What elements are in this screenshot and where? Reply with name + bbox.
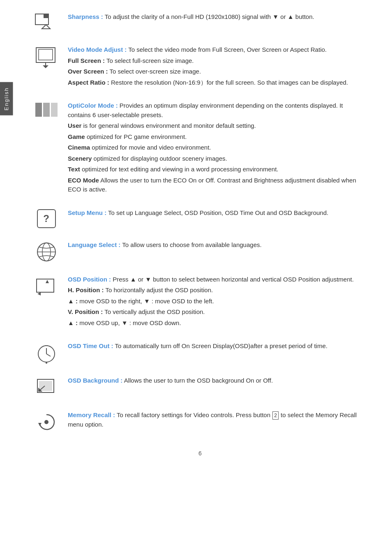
text-text: optimized for text editing and viewing i… — [82, 166, 279, 173]
svg-rect-1 — [44, 14, 48, 18]
memory-recall-section: Memory Recall : To recall factory settin… — [33, 411, 367, 433]
osd-background-icon — [33, 376, 60, 398]
text-label: Text — [68, 166, 80, 173]
osd-background-body: Allows the user to turn the OSD backgrou… — [124, 377, 273, 384]
sharpness-icon — [33, 12, 60, 33]
user-text: is for general windows environment and m… — [83, 122, 256, 129]
opticolor-icon — [33, 101, 60, 118]
svg-rect-13 — [37, 279, 54, 292]
user-label: User — [68, 122, 81, 129]
svg-marker-15 — [46, 280, 49, 283]
sharpness-title: Sharpness : — [68, 13, 103, 20]
language-text: Language Select : To allow users to choo… — [68, 240, 367, 252]
osd-timeout-body: To automatically turn off On Screen Disp… — [115, 342, 327, 349]
h-position-text: To horizontally adjust the OSD position. — [105, 286, 213, 293]
memory-recall-button: 2 — [272, 411, 279, 420]
sharpness-body: To adjust the clarity of a non-Full HD (… — [105, 13, 314, 20]
language-select-section: Language Select : To allow users to choo… — [33, 240, 367, 263]
eco-text: Allows the user to turn the ECO On or Of… — [68, 177, 356, 193]
scenery-text: optimized for displaying outdoor scenery… — [94, 155, 227, 162]
video-mode-text: Video Mode Adjust : To select the video … — [68, 45, 367, 89]
over-screen-label: Over Screen : — [68, 68, 108, 75]
aspect-ratio-text: Restore the resolution (Non-16:9）for the… — [111, 79, 348, 86]
osd-timeout-section: OSD Time Out : To automatically turn off… — [33, 342, 367, 364]
osd-background-text: OSD Background : Allows the user to turn… — [68, 376, 367, 387]
video-mode-icon — [33, 45, 60, 68]
osd-position-body: Press ▲ or ▼ button to select between ho… — [113, 276, 354, 283]
memory-recall-body: To recall factory settings for Video con… — [117, 411, 270, 418]
video-mode-section: Video Mode Adjust : To select the video … — [33, 45, 367, 89]
full-screen-label: Full Screen : — [68, 57, 105, 64]
page-number: 6 — [33, 449, 367, 458]
osd-timeout-text: OSD Time Out : To automatically turn off… — [68, 342, 367, 353]
eco-label: ECO Mode — [68, 177, 99, 184]
setup-question-mark: ? — [37, 209, 56, 228]
opticolor-section: OptiColor Mode : Provides an optimum dis… — [33, 101, 367, 196]
aspect-ratio-label: Aspect Ratio : — [68, 79, 109, 86]
svg-marker-14 — [37, 292, 41, 295]
over-screen-text: To select over-screen size image. — [109, 68, 201, 75]
svg-rect-9 — [51, 103, 58, 117]
sharpness-text: Sharpness : To adjust the clarity of a n… — [68, 12, 367, 23]
osd-background-section: OSD Background : Allows the user to turn… — [33, 376, 367, 398]
language-icon — [33, 240, 60, 263]
setup-menu-icon: ? — [33, 208, 60, 228]
cinema-text: optimized for movie and video environmen… — [92, 144, 211, 151]
game-text: optimized for PC game environment. — [87, 133, 187, 140]
memory-recall-title: Memory Recall : — [68, 411, 115, 418]
v-position-label: V. Position : — [68, 308, 103, 315]
full-screen-text: To select full-screen size image. — [106, 57, 194, 64]
setup-menu-title: Setup Menu : — [68, 209, 106, 216]
svg-point-26 — [44, 420, 48, 424]
svg-line-18 — [46, 354, 51, 356]
osd-background-title: OSD Background : — [68, 377, 122, 384]
osd-position-section: OSD Position : Press ▲ or ▼ button to se… — [33, 275, 367, 330]
svg-rect-8 — [43, 103, 50, 117]
svg-marker-25 — [38, 423, 42, 426]
h-position-label: H. Position : — [68, 286, 104, 293]
svg-rect-7 — [35, 103, 42, 117]
svg-rect-4 — [39, 49, 53, 60]
game-label: Game — [68, 133, 85, 140]
osd-position-text: OSD Position : Press ▲ or ▼ button to se… — [68, 275, 367, 330]
svg-marker-2 — [42, 25, 50, 29]
setup-menu-body: To set up Language Select, OSD Position,… — [108, 209, 328, 216]
v-arrow-label: ▲ : — [68, 319, 78, 326]
h-arrow-text: move OSD to the right, ▼ : move OSD to t… — [79, 298, 214, 305]
v-arrow-text: move OSD up, ▼ : move OSD down. — [79, 319, 181, 326]
language-title: Language Select : — [68, 241, 120, 248]
svg-point-20 — [46, 362, 47, 364]
cinema-label: Cinema — [68, 144, 90, 151]
video-mode-title: Video Mode Adjust : — [68, 46, 127, 53]
scenery-label: Scenery — [68, 155, 92, 162]
video-mode-body: To select the video mode from Full Scree… — [128, 46, 327, 53]
language-body: To allow users to choose from available … — [122, 241, 261, 248]
h-arrow-label: ▲ : — [68, 298, 78, 305]
opticolor-title: OptiColor Mode : — [68, 102, 118, 109]
osd-position-icon — [33, 275, 60, 297]
osd-timeout-title: OSD Time Out : — [68, 342, 113, 349]
osd-timeout-icon — [33, 342, 60, 364]
osd-position-title: OSD Position : — [68, 276, 111, 283]
v-position-text: To vertically adjust the OSD position. — [104, 308, 205, 315]
setup-menu-section: ? Setup Menu : To set up Language Select… — [33, 208, 367, 228]
memory-recall-icon — [33, 411, 60, 433]
svg-marker-6 — [43, 65, 48, 68]
sharpness-section: Sharpness : To adjust the clarity of a n… — [33, 12, 367, 33]
opticolor-text: OptiColor Mode : Provides an optimum dis… — [68, 101, 367, 196]
setup-menu-text: Setup Menu : To set up Language Select, … — [68, 208, 367, 219]
memory-recall-text: Memory Recall : To recall factory settin… — [68, 411, 367, 431]
